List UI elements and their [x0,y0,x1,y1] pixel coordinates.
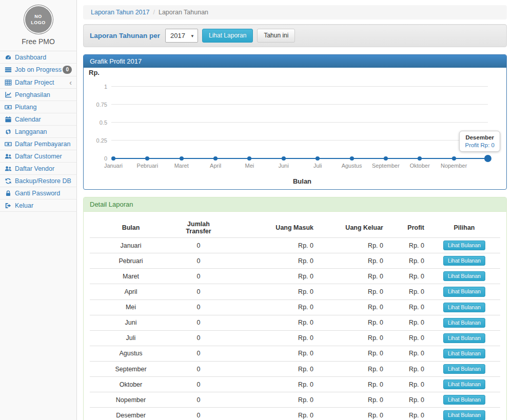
data-point-juli[interactable] [315,156,320,161]
cell-pilihan: Lihat Bulanan [428,377,500,392]
sidebar-item-label: Daftar Customer [15,153,62,160]
x-tick-label: Juli [313,163,322,169]
sidebar-item[interactable]: Daftar Project ‹ [0,76,76,89]
lihat-bulanan-button[interactable]: Lihat Bulanan [443,364,485,374]
x-tick-label: Agustus [342,163,362,169]
sidebar-item[interactable]: Backup/Restore DB [0,175,76,187]
retweet-icon [5,128,12,135]
logo-text-line2: LOGO [31,19,46,26]
x-tick-label: Oktober [410,163,430,169]
breadcrumb-link-laporan-tahun[interactable]: Laporan Tahun 2017 [91,9,149,16]
cell-uang-masuk: Rp. 0 [225,346,318,361]
sidebar-item[interactable]: Penghasilan [0,89,76,101]
x-tick-label: Juni [279,163,289,169]
cell-uang-keluar: Rp. 0 [318,377,387,392]
cell-profit: Rp. 0 [387,315,428,330]
cell-uang-masuk: Rp. 0 [225,408,318,420]
cell-uang-masuk: Rp. 0 [225,362,318,377]
data-point-mei[interactable] [247,156,251,161]
sidebar-item[interactable]: Dashboard [0,51,76,64]
column-header-jumlah-transfer: Jumlah Transfer [172,218,225,238]
year-select[interactable]: 2017 [165,29,198,43]
sidebar-item-label: Ganti Password [15,190,60,197]
sidebar-item[interactable]: Calendar [0,113,76,126]
sidebar-item[interactable]: Daftar Vendor [0,163,76,175]
y-tick-label: 0.25 [96,137,107,144]
sidebar-item[interactable]: Job on Progress 0 [0,64,76,76]
x-tick-label: Pebruari [137,163,159,169]
sidebar-item[interactable]: Ganti Password [0,187,76,199]
cell-uang-keluar: Rp. 0 [318,346,387,361]
cell-pilihan: Lihat Bulanan [428,346,500,361]
cell-jumlah-transfer: 0 [172,238,225,253]
lihat-bulanan-button[interactable]: Lihat Bulanan [443,349,485,358]
app-window: NO LOGO Free PMO Dashboard Job on Progre… [0,0,513,420]
cell-jumlah-transfer: 0 [172,269,225,284]
sidebar-item-label: Daftar Vendor [15,165,54,172]
lihat-bulanan-button[interactable]: Lihat Bulanan [443,256,485,266]
column-header-uang-keluar: Uang Keluar [318,218,387,238]
cell-pilihan: Lihat Bulanan [428,392,500,408]
cell-jumlah-transfer: 0 [172,284,225,299]
data-point-september[interactable] [384,156,388,161]
calendar-icon [5,116,12,123]
lihat-bulanan-button[interactable]: Lihat Bulanan [443,395,485,405]
chevron-left-icon: ‹ [69,79,72,86]
cell-jumlah-transfer: 0 [172,392,225,408]
tahun-ini-button[interactable]: Tahun ini [257,29,295,43]
cell-uang-keluar: Rp. 0 [318,408,387,420]
cell-pilihan: Lihat Bulanan [428,238,500,253]
lihat-bulanan-button[interactable]: Lihat Bulanan [443,410,485,420]
detail-panel-title: Detail Laporan [84,197,506,212]
data-point-maret[interactable] [180,156,184,161]
lihat-bulanan-button[interactable]: Lihat Bulanan [443,241,485,250]
data-point-april[interactable] [213,156,218,161]
table-icon [5,79,12,86]
cell-bulan: Januari [90,238,172,253]
x-tick-label: April [210,163,221,169]
lihat-laporan-button[interactable]: Lihat Laporan [202,29,253,43]
report-table: Bulan Jumlah Transfer Uang Masuk Uang Ke… [90,218,500,420]
sidebar-item[interactable]: Piutang [0,101,76,113]
lihat-bulanan-button[interactable]: Lihat Bulanan [443,271,485,281]
no-logo-badge: NO LOGO [25,6,52,33]
sidebar-item[interactable]: Daftar Customer [0,150,76,163]
data-point-januari[interactable] [111,156,115,161]
cell-pilihan: Lihat Bulanan [428,253,500,269]
data-point-nopember[interactable] [452,156,456,161]
data-point-juni[interactable] [282,156,286,161]
sidebar-item-label: Langganan [15,128,47,135]
data-point-desember[interactable] [484,155,491,162]
sidebar-item[interactable]: Langganan [0,126,76,138]
cell-profit: Rp. 0 [387,238,428,253]
data-point-agustus[interactable] [350,156,354,161]
sidebar-item[interactable]: Keluar [0,199,76,212]
lihat-bulanan-button[interactable]: Lihat Bulanan [443,333,485,343]
sidebar-item[interactable]: Daftar Pembayaran [0,138,76,150]
x-tick-label: Januari [104,163,123,169]
cell-uang-masuk: Rp. 0 [225,315,318,330]
lihat-bulanan-button[interactable]: Lihat Bulanan [443,318,485,328]
cell-pilihan: Lihat Bulanan [428,284,500,299]
cell-uang-masuk: Rp. 0 [225,377,318,392]
cell-pilihan: Lihat Bulanan [428,330,500,346]
data-point-oktober[interactable] [418,156,422,161]
table-row: April 0 Rp. 0 Rp. 0 Rp. 0 Lihat Bulanan [90,284,500,299]
table-row: Agustus 0 Rp. 0 Rp. 0 Rp. 0 Lihat Bulana… [90,346,500,361]
lihat-bulanan-button[interactable]: Lihat Bulanan [443,287,485,296]
cell-bulan: Juni [90,315,172,330]
chart-tooltip: Desember Profit Rp: 0 [459,131,500,152]
logo-text-line1: NO [34,13,42,19]
data-point-pebruari[interactable] [145,156,149,161]
cell-profit: Rp. 0 [387,362,428,377]
lihat-bulanan-button[interactable]: Lihat Bulanan [443,303,485,312]
tasks-icon [5,66,12,73]
breadcrumb-current: Laporan Tahunan [159,9,208,16]
chart-x-labels: JanuariPebruariMaretAprilMeiJuniJuliAgus… [113,163,488,170]
cell-bulan: Desember [90,408,172,420]
column-header-uang-masuk: Uang Masuk [225,218,318,238]
cell-jumlah-transfer: 0 [172,299,225,315]
y-tick-label: 1 [104,84,107,90]
lihat-bulanan-button[interactable]: Lihat Bulanan [443,379,485,389]
cell-profit: Rp. 0 [387,269,428,284]
